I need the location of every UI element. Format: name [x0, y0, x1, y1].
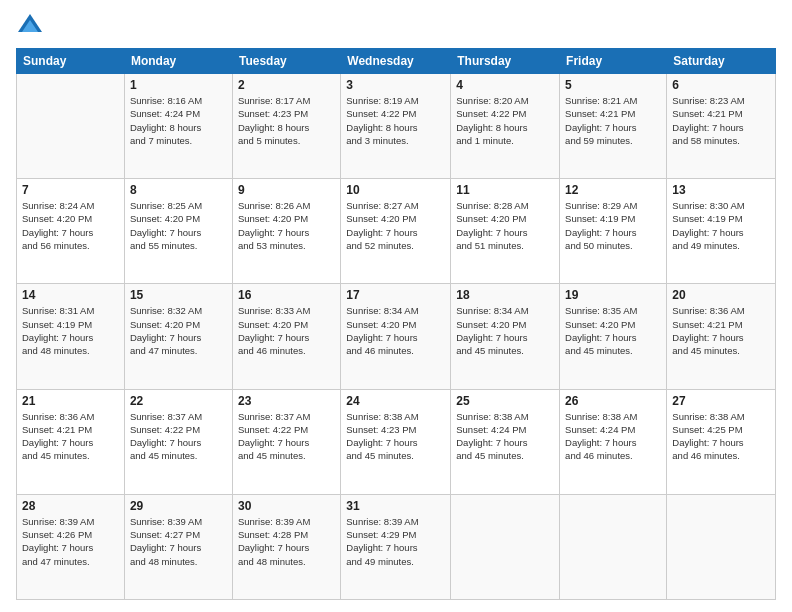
- day-number: 25: [456, 394, 554, 408]
- day-number: 18: [456, 288, 554, 302]
- day-cell: 6Sunrise: 8:23 AM Sunset: 4:21 PM Daylig…: [667, 74, 776, 179]
- day-info: Sunrise: 8:25 AM Sunset: 4:20 PM Dayligh…: [130, 199, 227, 252]
- day-cell: [560, 494, 667, 599]
- day-cell: 13Sunrise: 8:30 AM Sunset: 4:19 PM Dayli…: [667, 179, 776, 284]
- day-cell: 11Sunrise: 8:28 AM Sunset: 4:20 PM Dayli…: [451, 179, 560, 284]
- day-info: Sunrise: 8:28 AM Sunset: 4:20 PM Dayligh…: [456, 199, 554, 252]
- col-header-tuesday: Tuesday: [232, 49, 340, 74]
- day-cell: 28Sunrise: 8:39 AM Sunset: 4:26 PM Dayli…: [17, 494, 125, 599]
- day-info: Sunrise: 8:38 AM Sunset: 4:25 PM Dayligh…: [672, 410, 770, 463]
- day-number: 8: [130, 183, 227, 197]
- day-cell: 17Sunrise: 8:34 AM Sunset: 4:20 PM Dayli…: [341, 284, 451, 389]
- day-cell: 8Sunrise: 8:25 AM Sunset: 4:20 PM Daylig…: [124, 179, 232, 284]
- day-info: Sunrise: 8:17 AM Sunset: 4:23 PM Dayligh…: [238, 94, 335, 147]
- day-number: 26: [565, 394, 661, 408]
- day-cell: 4Sunrise: 8:20 AM Sunset: 4:22 PM Daylig…: [451, 74, 560, 179]
- day-info: Sunrise: 8:19 AM Sunset: 4:22 PM Dayligh…: [346, 94, 445, 147]
- day-info: Sunrise: 8:39 AM Sunset: 4:28 PM Dayligh…: [238, 515, 335, 568]
- day-info: Sunrise: 8:32 AM Sunset: 4:20 PM Dayligh…: [130, 304, 227, 357]
- calendar-table: SundayMondayTuesdayWednesdayThursdayFrid…: [16, 48, 776, 600]
- day-info: Sunrise: 8:39 AM Sunset: 4:27 PM Dayligh…: [130, 515, 227, 568]
- day-number: 29: [130, 499, 227, 513]
- day-cell: 27Sunrise: 8:38 AM Sunset: 4:25 PM Dayli…: [667, 389, 776, 494]
- day-number: 3: [346, 78, 445, 92]
- day-cell: 23Sunrise: 8:37 AM Sunset: 4:22 PM Dayli…: [232, 389, 340, 494]
- col-header-wednesday: Wednesday: [341, 49, 451, 74]
- day-number: 13: [672, 183, 770, 197]
- week-row-5: 28Sunrise: 8:39 AM Sunset: 4:26 PM Dayli…: [17, 494, 776, 599]
- day-info: Sunrise: 8:29 AM Sunset: 4:19 PM Dayligh…: [565, 199, 661, 252]
- day-info: Sunrise: 8:34 AM Sunset: 4:20 PM Dayligh…: [456, 304, 554, 357]
- day-number: 16: [238, 288, 335, 302]
- day-cell: 9Sunrise: 8:26 AM Sunset: 4:20 PM Daylig…: [232, 179, 340, 284]
- day-info: Sunrise: 8:30 AM Sunset: 4:19 PM Dayligh…: [672, 199, 770, 252]
- day-info: Sunrise: 8:36 AM Sunset: 4:21 PM Dayligh…: [22, 410, 119, 463]
- day-cell: [17, 74, 125, 179]
- day-info: Sunrise: 8:35 AM Sunset: 4:20 PM Dayligh…: [565, 304, 661, 357]
- day-number: 19: [565, 288, 661, 302]
- day-number: 14: [22, 288, 119, 302]
- day-number: 23: [238, 394, 335, 408]
- day-number: 31: [346, 499, 445, 513]
- day-cell: 25Sunrise: 8:38 AM Sunset: 4:24 PM Dayli…: [451, 389, 560, 494]
- day-number: 11: [456, 183, 554, 197]
- day-number: 30: [238, 499, 335, 513]
- day-number: 10: [346, 183, 445, 197]
- day-number: 2: [238, 78, 335, 92]
- week-row-2: 7Sunrise: 8:24 AM Sunset: 4:20 PM Daylig…: [17, 179, 776, 284]
- day-cell: 15Sunrise: 8:32 AM Sunset: 4:20 PM Dayli…: [124, 284, 232, 389]
- day-cell: [667, 494, 776, 599]
- header-row: SundayMondayTuesdayWednesdayThursdayFrid…: [17, 49, 776, 74]
- day-info: Sunrise: 8:34 AM Sunset: 4:20 PM Dayligh…: [346, 304, 445, 357]
- day-cell: 2Sunrise: 8:17 AM Sunset: 4:23 PM Daylig…: [232, 74, 340, 179]
- day-cell: 10Sunrise: 8:27 AM Sunset: 4:20 PM Dayli…: [341, 179, 451, 284]
- day-number: 22: [130, 394, 227, 408]
- day-number: 7: [22, 183, 119, 197]
- week-row-1: 1Sunrise: 8:16 AM Sunset: 4:24 PM Daylig…: [17, 74, 776, 179]
- day-info: Sunrise: 8:21 AM Sunset: 4:21 PM Dayligh…: [565, 94, 661, 147]
- day-info: Sunrise: 8:37 AM Sunset: 4:22 PM Dayligh…: [130, 410, 227, 463]
- day-number: 5: [565, 78, 661, 92]
- day-info: Sunrise: 8:39 AM Sunset: 4:26 PM Dayligh…: [22, 515, 119, 568]
- day-number: 9: [238, 183, 335, 197]
- day-cell: 20Sunrise: 8:36 AM Sunset: 4:21 PM Dayli…: [667, 284, 776, 389]
- day-info: Sunrise: 8:38 AM Sunset: 4:24 PM Dayligh…: [456, 410, 554, 463]
- day-number: 15: [130, 288, 227, 302]
- day-cell: 29Sunrise: 8:39 AM Sunset: 4:27 PM Dayli…: [124, 494, 232, 599]
- day-number: 28: [22, 499, 119, 513]
- day-number: 1: [130, 78, 227, 92]
- day-info: Sunrise: 8:31 AM Sunset: 4:19 PM Dayligh…: [22, 304, 119, 357]
- day-cell: 7Sunrise: 8:24 AM Sunset: 4:20 PM Daylig…: [17, 179, 125, 284]
- day-cell: 14Sunrise: 8:31 AM Sunset: 4:19 PM Dayli…: [17, 284, 125, 389]
- day-cell: 16Sunrise: 8:33 AM Sunset: 4:20 PM Dayli…: [232, 284, 340, 389]
- day-info: Sunrise: 8:20 AM Sunset: 4:22 PM Dayligh…: [456, 94, 554, 147]
- day-number: 17: [346, 288, 445, 302]
- day-number: 20: [672, 288, 770, 302]
- day-info: Sunrise: 8:37 AM Sunset: 4:22 PM Dayligh…: [238, 410, 335, 463]
- day-number: 21: [22, 394, 119, 408]
- header: [16, 12, 776, 40]
- day-cell: 5Sunrise: 8:21 AM Sunset: 4:21 PM Daylig…: [560, 74, 667, 179]
- week-row-4: 21Sunrise: 8:36 AM Sunset: 4:21 PM Dayli…: [17, 389, 776, 494]
- day-cell: 22Sunrise: 8:37 AM Sunset: 4:22 PM Dayli…: [124, 389, 232, 494]
- day-cell: [451, 494, 560, 599]
- day-cell: 12Sunrise: 8:29 AM Sunset: 4:19 PM Dayli…: [560, 179, 667, 284]
- day-cell: 18Sunrise: 8:34 AM Sunset: 4:20 PM Dayli…: [451, 284, 560, 389]
- day-number: 12: [565, 183, 661, 197]
- day-info: Sunrise: 8:38 AM Sunset: 4:24 PM Dayligh…: [565, 410, 661, 463]
- day-info: Sunrise: 8:36 AM Sunset: 4:21 PM Dayligh…: [672, 304, 770, 357]
- week-row-3: 14Sunrise: 8:31 AM Sunset: 4:19 PM Dayli…: [17, 284, 776, 389]
- day-number: 6: [672, 78, 770, 92]
- logo: [16, 12, 48, 40]
- day-cell: 19Sunrise: 8:35 AM Sunset: 4:20 PM Dayli…: [560, 284, 667, 389]
- day-info: Sunrise: 8:16 AM Sunset: 4:24 PM Dayligh…: [130, 94, 227, 147]
- day-cell: 24Sunrise: 8:38 AM Sunset: 4:23 PM Dayli…: [341, 389, 451, 494]
- day-info: Sunrise: 8:39 AM Sunset: 4:29 PM Dayligh…: [346, 515, 445, 568]
- day-number: 24: [346, 394, 445, 408]
- col-header-thursday: Thursday: [451, 49, 560, 74]
- day-cell: 3Sunrise: 8:19 AM Sunset: 4:22 PM Daylig…: [341, 74, 451, 179]
- day-cell: 26Sunrise: 8:38 AM Sunset: 4:24 PM Dayli…: [560, 389, 667, 494]
- day-info: Sunrise: 8:33 AM Sunset: 4:20 PM Dayligh…: [238, 304, 335, 357]
- day-cell: 21Sunrise: 8:36 AM Sunset: 4:21 PM Dayli…: [17, 389, 125, 494]
- col-header-monday: Monday: [124, 49, 232, 74]
